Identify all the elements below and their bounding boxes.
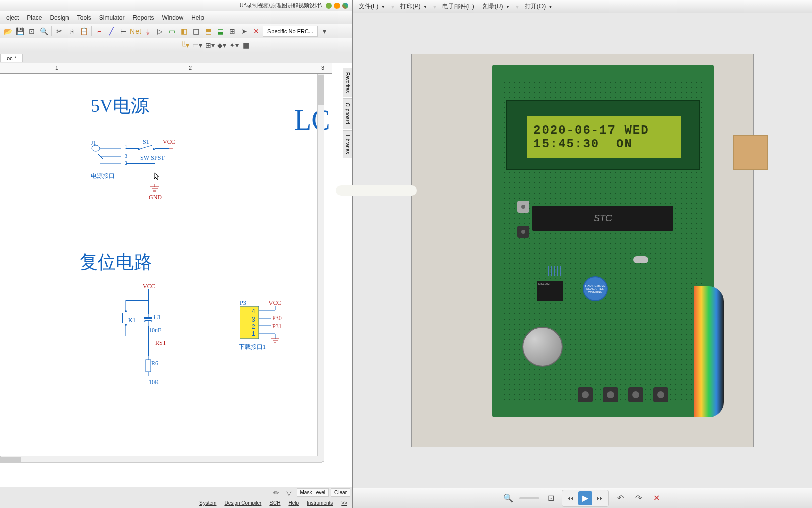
instruments-tab[interactable]: Instruments	[304, 499, 336, 507]
canvas-bottom-bar: ✏ ▽ Mask Level Clear	[0, 487, 352, 498]
viewer-email-menu[interactable]: 电子邮件(E)	[440, 0, 477, 13]
save-icon[interactable]: 💾	[14, 26, 25, 37]
prev-image-icon[interactable]: ⏮	[563, 491, 577, 505]
arrange-icon[interactable]: ╚▾	[180, 40, 191, 51]
rotate-ccw-icon[interactable]: ↶	[613, 491, 627, 505]
menu-simulator[interactable]: Simulator	[95, 12, 129, 23]
p3-symbol[interactable]: 4 3 2 1	[240, 306, 285, 344]
clipboard-tab[interactable]: Clipboard	[343, 98, 352, 129]
wire	[148, 326, 149, 356]
erc-dropdown-icon[interactable]: ▾	[319, 26, 330, 37]
mcu-chip: STC	[532, 206, 673, 231]
slideshow-icon[interactable]: ▶	[578, 491, 592, 505]
harness-icon[interactable]: ⬒	[202, 26, 214, 37]
help-tab[interactable]: Help	[285, 499, 302, 507]
part-icon[interactable]: ▷	[154, 26, 165, 37]
sch-tab[interactable]: SCH	[266, 499, 283, 507]
k1-symbol[interactable]	[121, 300, 131, 336]
power-icon[interactable]: ⏚	[142, 26, 153, 37]
ruler-horizontal: 1 2 3	[0, 64, 332, 74]
delete-icon[interactable]: ✕	[649, 491, 663, 505]
toolbar-separator	[51, 26, 52, 36]
align-icon[interactable]: ▭▾	[192, 40, 203, 51]
lcd-module: 2020-06-17 WED 15:45:30 ON	[506, 100, 700, 170]
scrollbar-thumb[interactable]	[1, 457, 21, 463]
copy-icon[interactable]: ⎘	[66, 26, 77, 37]
libraries-tab[interactable]: Libraries	[343, 130, 352, 158]
photo-viewer-window: 文件(F) ▼ ▾ 打印(P) ▼ ▾ 电子邮件(E) 刻录(U) ▼ ▾ 打开…	[353, 0, 812, 508]
viewer-file-menu[interactable]: 文件(F) ▼	[357, 0, 387, 13]
j1-symbol[interactable]	[91, 144, 126, 169]
menu-place[interactable]: Place	[23, 12, 46, 23]
viewer-open-menu[interactable]: 打开(O) ▼	[523, 0, 555, 13]
port-icon[interactable]: ➤	[239, 26, 250, 37]
chevron-down-icon: ▼	[548, 5, 552, 9]
wire-icon[interactable]: ⌐	[94, 26, 105, 37]
image-viewport[interactable]: 2020-06-17 WED 15:45:30 ON STC DS1302 HX…	[353, 13, 812, 488]
next-image-icon[interactable]: ⏭	[593, 491, 607, 505]
favorites-tab[interactable]: Favorites	[343, 68, 352, 97]
menu-tools[interactable]: Tools	[73, 12, 95, 23]
usb-cable	[336, 185, 417, 196]
nav-back-icon[interactable]	[326, 3, 332, 9]
mask-level-button[interactable]: Mask Level	[297, 488, 329, 497]
menu-project[interactable]: oject	[2, 12, 23, 23]
device-sheet-icon[interactable]: ◫	[190, 26, 201, 37]
r6-symbol[interactable]	[143, 356, 153, 376]
horizontal-scrollbar[interactable]	[0, 456, 322, 463]
s1-symbol[interactable]	[136, 144, 161, 154]
rotate-icon[interactable]: ▦	[240, 40, 251, 51]
svg-point-0	[92, 145, 100, 151]
paste-icon[interactable]: 📋	[78, 26, 89, 37]
sheet-entry-icon[interactable]: ◧	[178, 26, 189, 37]
gnd-symbol[interactable]	[149, 184, 160, 194]
system-tab[interactable]: System	[196, 499, 219, 507]
svg-rect-24	[240, 306, 259, 339]
menu-design[interactable]: Design	[46, 12, 73, 23]
noerc-icon[interactable]: ✕	[251, 26, 262, 37]
title-actions	[326, 3, 348, 9]
viewer-burn-menu[interactable]: 刻录(U) ▼	[481, 0, 512, 13]
viewer-toolbar: 🔍 ⊡ ⏮ ▶ ⏭ ↶ ↷ ✕	[353, 488, 812, 508]
active-document-tab[interactable]: oc *	[0, 54, 23, 62]
menu-window[interactable]: Window	[158, 12, 187, 23]
file-path: U:\录制视频\原理图讲解视频设计\	[4, 2, 326, 9]
menu-reports[interactable]: Reports	[128, 12, 158, 23]
filter-icon[interactable]: ▽	[284, 487, 295, 498]
clear-button[interactable]: Clear	[331, 488, 350, 497]
snap-icon[interactable]: ◆▾	[216, 40, 227, 51]
grid-icon[interactable]: ⊞▾	[204, 40, 215, 51]
bus-icon[interactable]: ╱	[106, 26, 117, 37]
viewer-print-menu[interactable]: 打印(P) ▼	[398, 0, 429, 13]
more-tab[interactable]: >>	[338, 499, 350, 507]
vertical-scrollbar[interactable]	[317, 74, 324, 462]
chevron-down-icon: ▼	[381, 5, 385, 9]
harness-conn-icon[interactable]: ⬓	[215, 26, 226, 37]
zoom-area-icon[interactable]: 🔍	[38, 26, 49, 37]
port-icon[interactable]: Net	[130, 26, 141, 37]
eyedropper-icon[interactable]: ✏	[270, 487, 282, 498]
netlabel-icon[interactable]: ⊢	[118, 26, 129, 37]
zoom-out-icon[interactable]: 🔍	[501, 491, 515, 505]
rotate-cw-icon[interactable]: ↷	[631, 491, 645, 505]
home-icon[interactable]	[342, 3, 348, 9]
wire	[155, 148, 169, 149]
cut-icon[interactable]: ✂	[54, 26, 65, 37]
sheet-icon[interactable]: ▭	[166, 26, 177, 37]
menu-help[interactable]: Help	[187, 12, 208, 23]
schematic-content[interactable]: 5V电源 LC J1 电源接口 1 3 2 S1 SW-SPST VCC GND	[0, 74, 332, 467]
open-icon[interactable]: 📂	[2, 26, 13, 37]
actual-size-icon[interactable]: ⊡	[544, 491, 558, 505]
zoom-fit-icon[interactable]: ⊡	[26, 26, 37, 37]
vcc-label-p3: VCC	[268, 299, 281, 307]
signal-harness-icon[interactable]: ⊞	[227, 26, 238, 37]
scrollbar-thumb[interactable]	[318, 75, 324, 105]
svg-point-14	[125, 310, 127, 312]
move-icon[interactable]: ✦▾	[228, 40, 239, 51]
specific-no-erc-button[interactable]: Specific No ERC...	[263, 26, 318, 37]
zoom-slider[interactable]	[519, 497, 539, 499]
design-compiler-tab[interactable]: Design Compiler	[221, 499, 264, 507]
nav-fwd-icon[interactable]	[334, 3, 340, 9]
schematic-canvas[interactable]: Favorites Clipboard Libraries 1 2 3 5V电源…	[0, 64, 352, 487]
vcc-label-reset: VCC	[143, 283, 155, 290]
